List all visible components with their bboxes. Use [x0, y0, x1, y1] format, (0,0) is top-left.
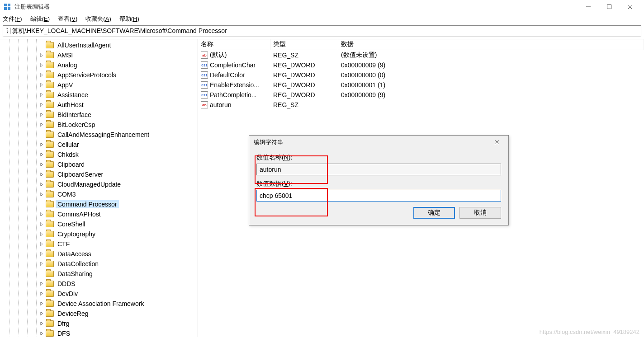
- chevron-right-icon[interactable]: [38, 122, 45, 128]
- tree-item[interactable]: CallAndMessagingEnhancement: [0, 130, 198, 140]
- svg-rect-0: [4, 4, 7, 6]
- tree-item-label: DDDS: [56, 280, 77, 288]
- tree-item[interactable]: ClipboardServer: [0, 169, 198, 179]
- value-data-input[interactable]: [256, 190, 501, 202]
- chevron-right-icon[interactable]: [38, 241, 45, 247]
- tree-item-label: Cellular: [56, 141, 80, 149]
- menu-help[interactable]: 帮助(H): [119, 15, 139, 23]
- address-bar[interactable]: 计算机\HKEY_LOCAL_MACHINE\SOFTWARE\Microsof…: [3, 25, 641, 37]
- menu-edit[interactable]: 编辑(E): [30, 15, 50, 23]
- col-header-data[interactable]: 数据: [338, 39, 644, 50]
- col-header-name[interactable]: 名称: [198, 39, 270, 50]
- ok-button[interactable]: 确定: [413, 207, 455, 219]
- cancel-button[interactable]: 取消: [459, 207, 501, 219]
- tree-item[interactable]: Device Association Framework: [0, 299, 198, 309]
- tree-item-label: Analog: [56, 61, 79, 69]
- chevron-right-icon[interactable]: [38, 171, 45, 178]
- tree-item-label: Assistance: [56, 91, 90, 99]
- list-row[interactable]: abautorunREG_SZ: [198, 100, 644, 110]
- tree-item[interactable]: BitLockerCsp: [0, 120, 198, 130]
- tree-item[interactable]: DFS: [0, 329, 198, 337]
- tree-item[interactable]: Dfrg: [0, 319, 198, 329]
- tree-item[interactable]: DataSharing: [0, 269, 198, 279]
- tree-item[interactable]: CoreShell: [0, 219, 198, 229]
- chevron-right-icon[interactable]: [38, 281, 45, 287]
- chevron-right-icon[interactable]: [38, 261, 45, 267]
- folder-icon: [46, 310, 54, 317]
- chevron-right-icon[interactable]: [38, 221, 45, 227]
- chevron-right-icon[interactable]: [38, 231, 45, 237]
- value-list[interactable]: ab(默认)REG_SZ(数值未设置)011CompletionCharREG_…: [198, 50, 644, 110]
- tree-item[interactable]: Cellular: [0, 140, 198, 150]
- minimize-button[interactable]: [578, 0, 599, 14]
- chevron-right-icon[interactable]: [38, 72, 45, 78]
- chevron-right-icon[interactable]: [38, 310, 45, 317]
- tree-item[interactable]: DevDiv: [0, 289, 198, 299]
- col-header-type[interactable]: 类型: [270, 39, 338, 50]
- tree-item[interactable]: CTF: [0, 239, 198, 249]
- chevron-right-icon[interactable]: [38, 291, 45, 297]
- chevron-right-icon[interactable]: [38, 251, 45, 257]
- registry-tree[interactable]: AllUserInstallAgentAMSIAnalogAppServiceP…: [0, 39, 198, 337]
- value-name-input[interactable]: [256, 164, 501, 175]
- tree-item-label: AllUserInstallAgent: [56, 41, 113, 49]
- titlebar: 注册表编辑器: [0, 0, 644, 14]
- tree-item[interactable]: DataCollection: [0, 259, 198, 269]
- svg-rect-3: [8, 7, 10, 10]
- tree-item[interactable]: AMSI: [0, 50, 198, 60]
- tree-item[interactable]: Clipboard: [0, 160, 198, 169]
- menu-view[interactable]: 查看(V): [58, 15, 77, 23]
- chevron-right-icon[interactable]: [38, 82, 45, 88]
- chevron-right-icon[interactable]: [38, 330, 45, 337]
- menu-file[interactable]: 文件(F): [3, 15, 22, 23]
- tree-item[interactable]: DDDS: [0, 279, 198, 289]
- list-row[interactable]: 011EnableExtensio...REG_DWORD0x00000001 …: [198, 80, 644, 90]
- tree-item[interactable]: Cryptography: [0, 229, 198, 239]
- folder-icon: [46, 181, 54, 188]
- chevron-right-icon[interactable]: [38, 151, 45, 158]
- chevron-right-icon[interactable]: [38, 320, 45, 327]
- chevron-right-icon[interactable]: [38, 161, 45, 168]
- chevron-right-icon[interactable]: [38, 141, 45, 148]
- tree-item[interactable]: AllUserInstallAgent: [0, 40, 198, 50]
- dword-value-icon: 011: [201, 81, 208, 89]
- tree-item[interactable]: Assistance: [0, 90, 198, 100]
- regedit-icon: [4, 3, 11, 10]
- tree-item-label: Chkdsk: [56, 150, 80, 159]
- value-name: PathCompletio...: [210, 91, 257, 99]
- list-row[interactable]: 011DefaultColorREG_DWORD0x00000000 (0): [198, 70, 644, 80]
- tree-item[interactable]: COM3: [0, 189, 198, 199]
- tree-item[interactable]: AuthHost: [0, 100, 198, 110]
- tree-item[interactable]: CommsAPHost: [0, 209, 198, 219]
- tree-item[interactable]: AppServiceProtocols: [0, 70, 198, 80]
- folder-icon: [46, 241, 54, 247]
- folder-icon: [46, 330, 54, 337]
- chevron-right-icon[interactable]: [38, 52, 45, 58]
- tree-item[interactable]: AppV: [0, 80, 198, 90]
- tree-item[interactable]: DataAccess: [0, 249, 198, 259]
- chevron-right-icon[interactable]: [38, 102, 45, 108]
- list-row[interactable]: 011PathCompletio...REG_DWORD0x00000009 (…: [198, 90, 644, 100]
- folder-icon: [46, 251, 54, 257]
- tree-item-label: DeviceReg: [56, 310, 90, 318]
- tree-item[interactable]: DeviceReg: [0, 309, 198, 319]
- tree-item[interactable]: Command Processor: [0, 199, 198, 209]
- folder-icon: [46, 201, 54, 207]
- menu-favorites[interactable]: 收藏夹(A): [85, 15, 111, 23]
- list-row[interactable]: 011CompletionCharREG_DWORD0x00000009 (9): [198, 60, 644, 70]
- maximize-button[interactable]: [599, 0, 620, 14]
- chevron-right-icon[interactable]: [38, 300, 45, 307]
- chevron-right-icon[interactable]: [38, 112, 45, 118]
- chevron-right-icon[interactable]: [38, 92, 45, 98]
- close-button[interactable]: [620, 0, 640, 14]
- chevron-right-icon[interactable]: [38, 181, 45, 188]
- chevron-right-icon[interactable]: [38, 191, 45, 197]
- tree-item[interactable]: Analog: [0, 60, 198, 70]
- chevron-right-icon[interactable]: [38, 211, 45, 217]
- chevron-right-icon[interactable]: [38, 62, 45, 68]
- tree-item[interactable]: Chkdsk: [0, 150, 198, 160]
- list-row[interactable]: ab(默认)REG_SZ(数值未设置): [198, 50, 644, 60]
- tree-item[interactable]: BidInterface: [0, 110, 198, 120]
- tree-item[interactable]: CloudManagedUpdate: [0, 179, 198, 189]
- dialog-close-button[interactable]: [490, 139, 504, 146]
